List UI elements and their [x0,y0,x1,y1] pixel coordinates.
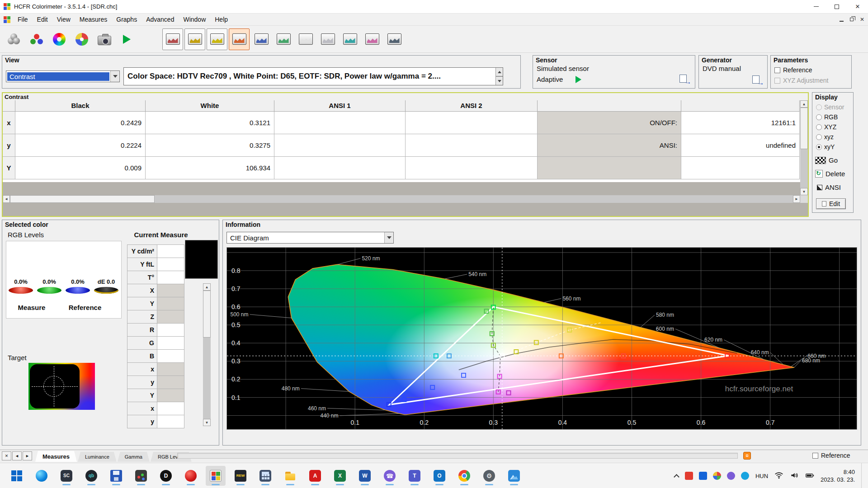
measure-value[interactable] [157,415,184,428]
rgb-dots-icon[interactable] [26,28,47,50]
viber-icon[interactable]: ☎ [380,466,400,486]
scroll-thumb[interactable] [10,195,155,203]
photos-icon[interactable] [504,466,524,486]
radio-selected-icon[interactable] [816,144,822,150]
generator-config-icon[interactable]: → [752,75,764,85]
status-notification-icon[interactable] [743,452,751,460]
app-sc-icon[interactable]: SC [57,466,76,486]
radio-icon[interactable] [816,134,822,140]
tab-scroll-left-icon[interactable]: ◄ [12,451,22,460]
ansi2-value-cell[interactable] [406,157,538,179]
bottom-tab[interactable]: Measures [35,451,77,462]
tray-expand-icon[interactable] [675,473,679,479]
tray-messenger-icon[interactable] [741,472,749,480]
ansi2-value-cell[interactable] [406,134,538,157]
scroll-down-icon[interactable]: ▼ [203,419,211,426]
white-value-cell[interactable]: 106.934 [146,157,274,179]
chart-white-saturation-icon[interactable] [295,28,316,50]
sensor-run-icon[interactable] [576,76,581,83]
contrast-vertical-scrollbar[interactable]: ▲ ▼ [800,100,808,195]
mdi-minimize-icon[interactable] [840,17,844,22]
chevron-down-icon[interactable] [110,71,119,82]
battery-icon[interactable] [805,471,814,481]
bottom-tab[interactable]: Gamma [118,452,150,462]
recorder-icon[interactable] [181,466,201,486]
dark-app-icon[interactable]: D [156,466,176,486]
tray-blue-icon[interactable] [699,472,707,480]
chrome-icon[interactable] [454,466,474,486]
checkbox-icon[interactable] [774,67,780,73]
menu-item[interactable]: Help [210,14,232,24]
taskbar-clock[interactable]: 8:40 2023. 03. 23. [821,468,855,483]
black-value-cell[interactable]: 0.2224 [15,134,146,157]
white-value-cell[interactable]: 0.3121 [146,112,274,134]
edit-button[interactable]: Edit [816,198,846,209]
radio-icon[interactable] [816,124,822,130]
menu-item[interactable]: Measures [75,14,112,24]
file-explorer-icon[interactable] [280,466,300,486]
radio-icon[interactable] [816,114,822,120]
scroll-right-icon[interactable]: ► [793,195,800,203]
close-button[interactable]: ✕ [847,0,868,13]
excel-icon[interactable]: X [330,466,350,486]
save-tool-icon[interactable] [106,466,126,486]
window-titlebar[interactable]: HCFR Colorimeter - 3.5.1.4 - [SDR.chc] ✕ [0,0,868,14]
chart-rgb-levels-icon[interactable] [162,28,183,50]
teams-icon[interactable]: T [405,466,425,486]
measure-value[interactable] [157,245,184,258]
delete-button[interactable]: Delete [815,170,853,178]
chart-near-white-icon[interactable] [362,28,382,50]
mdi-close-icon[interactable]: ✕ [860,16,864,23]
chart-color-diagram-icon[interactable] [273,28,294,50]
mdi-restore-icon[interactable] [850,18,854,21]
white-value-cell[interactable]: 0.3275 [146,134,274,157]
settings-gear-icon[interactable]: ⚙ [479,466,499,486]
scroll-thumb[interactable] [203,291,211,338]
info-spinner[interactable] [495,67,503,85]
ansi2-value-cell[interactable] [406,112,538,134]
menu-item[interactable]: View [52,14,75,24]
tab-close-icon[interactable]: ✕ [2,451,11,460]
measure-value[interactable] [157,310,184,324]
minimize-button[interactable] [806,0,826,13]
maximize-button[interactable] [826,0,847,13]
black-value-cell[interactable]: 0.009 [15,157,146,179]
bottom-tab[interactable]: Luminance [78,452,117,462]
view-selector[interactable]: Contrast [6,70,120,82]
menu-item[interactable]: Advanced [142,14,179,24]
ansi1-value-cell[interactable] [274,112,406,134]
word-icon[interactable]: W [355,466,375,486]
tray-color-icon[interactable] [713,472,721,480]
menu-item[interactable]: Edit [33,14,52,24]
measure-value[interactable] [157,402,184,415]
chevron-down-icon[interactable] [384,232,393,243]
contrast-horizontal-scrollbar[interactable]: ◄ ► [3,195,800,203]
show-desktop-button[interactable] [861,463,863,488]
scroll-left-icon[interactable]: ◄ [3,195,10,203]
radio-xyz[interactable]: XYZ [816,123,853,131]
menu-item[interactable]: File [13,14,33,24]
sensor-config-icon[interactable]: → [679,75,691,84]
checkbox-icon[interactable] [812,453,818,459]
chart-color-checker-icon[interactable] [384,28,405,50]
ansi1-value-cell[interactable] [274,134,406,157]
ansi-button[interactable]: ANSI [815,183,853,191]
measure-value[interactable] [157,376,184,389]
tray-viber-icon[interactable] [727,472,735,480]
go-button[interactable]: Go [815,156,853,164]
measure-value[interactable] [157,284,184,297]
measure-value[interactable] [157,337,184,350]
bottom-reference-checkbox[interactable]: Reference [812,452,850,459]
qbittorrent-icon[interactable]: qb [81,466,101,486]
measure-value[interactable] [157,258,184,271]
chart-luminance-icon[interactable] [207,28,227,50]
measure-value[interactable] [157,297,184,310]
wifi-icon[interactable] [774,471,783,481]
radio-xyY[interactable]: xyY [816,143,853,150]
acrobat-icon[interactable]: A [305,466,325,486]
measure-value[interactable] [157,350,184,363]
scroll-down-icon[interactable]: ▼ [800,188,808,195]
hcfr-icon[interactable] [206,466,226,486]
radio-xyz-lower[interactable]: xyz [816,133,853,141]
scroll-thumb[interactable] [800,108,808,149]
